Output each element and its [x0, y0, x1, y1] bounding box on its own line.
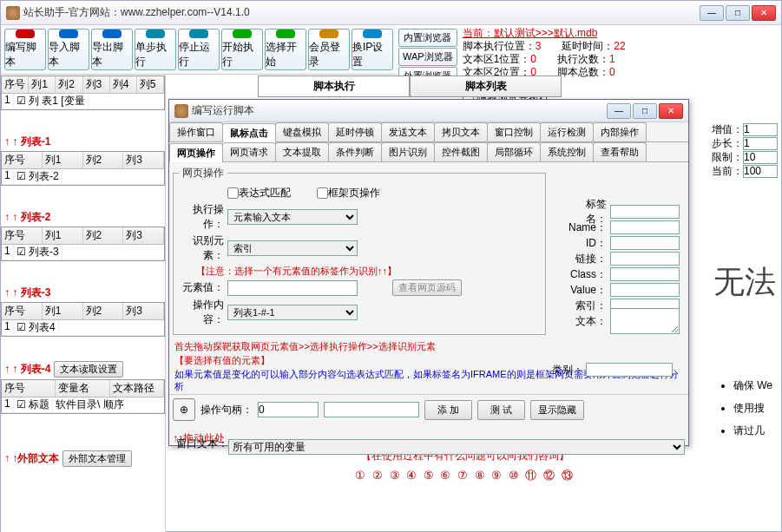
mtabs2-1[interactable]: 网页请求 [222, 142, 276, 161]
mtabs2-4[interactable]: 图片识别 [381, 142, 435, 161]
main-titlebar: 站长助手-官方网站：www.zzhelper.com--V14.1.0 — □ … [1, 1, 781, 25]
toolbar-7[interactable]: 会员登录 [308, 29, 350, 70]
dialog-title: 编写运行脚本 [192, 103, 607, 118]
fieldset-legend: 网页操作 [179, 166, 227, 181]
mtabs1-1[interactable]: 鼠标点击 [222, 123, 276, 142]
mtabs2-7[interactable]: 系统控制 [540, 142, 594, 161]
add-button[interactable]: 添 加 [424, 400, 472, 420]
mtabs2-2[interactable]: 文本提取 [275, 142, 329, 161]
toggle-button[interactable]: 显示隐藏 [530, 400, 584, 420]
toolbar-2[interactable]: 导出脚本 [91, 29, 133, 70]
content-select[interactable]: 列表1-#-1 [227, 305, 358, 320]
mtabs2-5[interactable]: 控件截图 [434, 142, 488, 161]
exec-select[interactable]: 元素输入文本 [227, 209, 358, 225]
toolbar-4[interactable]: 停止运行 [178, 29, 220, 70]
handle-input-2[interactable] [324, 402, 419, 417]
main-title: 站长助手-官方网站：www.zzhelper.com--V14.1.0 [23, 5, 700, 20]
circle-numbers: ① ② ③ ④ ⑤ ⑥ ⑦ ⑧ ⑨ ⑩ ⑪ ⑫ ⑬ [253, 464, 677, 487]
close-button[interactable]: ✕ [752, 5, 776, 21]
mtabs1-8[interactable]: 内部操作 [593, 122, 647, 141]
toolbar-3[interactable]: 单步执行 [135, 29, 176, 70]
mtabs1-4[interactable]: 发送文本 [381, 122, 435, 141]
mtabs1-0[interactable]: 操作窗口 [169, 122, 223, 141]
target-drag-icon[interactable]: ⊕ [173, 398, 195, 421]
maximize-button[interactable]: □ [726, 5, 750, 21]
dialog-maximize-button[interactable]: □ [633, 103, 657, 119]
mtabs2-6[interactable]: 局部循环 [487, 142, 541, 161]
window-text-select[interactable]: 所有可用的变量 [228, 439, 685, 455]
left-panel: 序号列1列2列3列4列51☑ 列 表1 [变量↑ ↑ 列表-1序号列1列2列31… [1, 76, 166, 532]
minimize-button[interactable]: — [700, 5, 724, 21]
class-input[interactable] [586, 363, 673, 377]
mtabs1-5[interactable]: 拷贝文本 [434, 122, 488, 141]
view-source-button: 查看网页源码 [392, 279, 462, 296]
browser-btn-0[interactable]: 内置浏览器 [398, 29, 457, 47]
dialog-icon [174, 104, 188, 118]
element-value-input[interactable] [227, 280, 358, 296]
toolbar-5[interactable]: 开始执行 [221, 29, 263, 70]
browser-btn-1[interactable]: WAP浏览器 [398, 48, 457, 66]
frame-checkbox[interactable] [317, 187, 328, 199]
ident-select[interactable]: 索引 [227, 240, 358, 256]
app-icon [6, 6, 20, 20]
regex-checkbox[interactable] [227, 187, 239, 199]
partial-text: 无法 [713, 261, 776, 304]
dialog-close-button[interactable]: ✕ [659, 103, 683, 119]
dialog-minimize-button[interactable]: — [607, 103, 631, 119]
mtabs1-7[interactable]: 运行检测 [540, 122, 594, 141]
handle-input[interactable] [258, 402, 319, 417]
mtabs1-2[interactable]: 键盘模拟 [275, 122, 329, 141]
mtabs2-0[interactable]: 网页操作 [169, 143, 223, 162]
mtabs1-6[interactable]: 窗口控制 [487, 122, 541, 141]
main-toolbar: 编写脚本导入脚本导出脚本单步执行停止运行开始执行选择开始会员登录换IP设置 [1, 25, 397, 75]
mtabs2-3[interactable]: 条件判断 [328, 142, 382, 161]
mtabs1-3[interactable]: 延时停顿 [328, 122, 382, 141]
toolbar-6[interactable]: 选择开始 [265, 29, 306, 70]
test-button[interactable]: 测 试 [477, 400, 525, 420]
toolbar-1[interactable]: 导入脚本 [48, 29, 89, 70]
edit-script-dialog: 编写运行脚本 — □ ✕ 操作窗口鼠标点击键盘模拟延时停顿发送文本拷贝文本窗口控… [168, 99, 689, 446]
warning-text: 【注意：选择一个有元素值的标签作为识别↑↑】 [179, 265, 540, 278]
mtabs2-8[interactable]: 查看帮助 [593, 142, 647, 161]
toolbar-0[interactable]: 编写脚本 [4, 29, 46, 70]
toolbar-8[interactable]: 换IP设置 [352, 29, 393, 70]
